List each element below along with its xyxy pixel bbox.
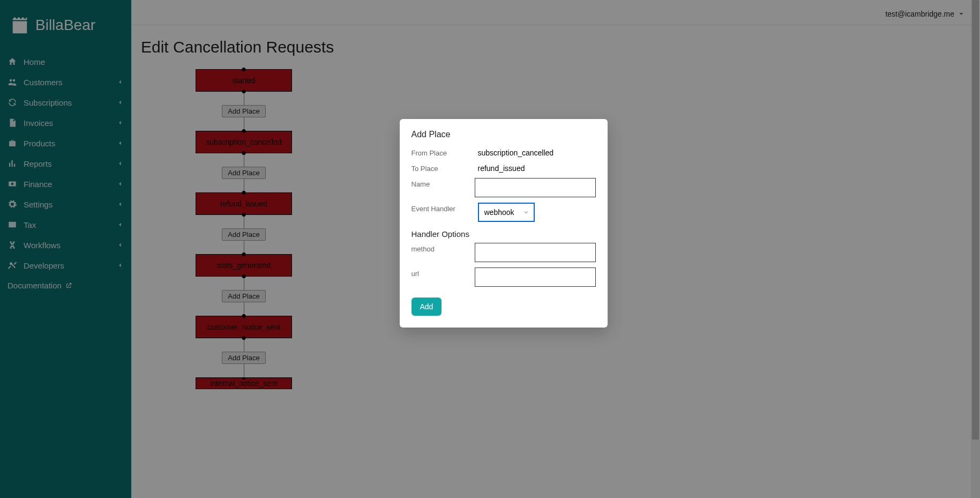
to-place-value: refund_issued — [478, 162, 525, 173]
modal-title: Add Place — [412, 130, 596, 139]
url-input[interactable] — [475, 267, 595, 287]
name-label: Name — [412, 178, 475, 188]
name-input[interactable] — [475, 178, 595, 197]
method-input[interactable] — [475, 243, 595, 262]
to-place-label: To Place — [412, 162, 478, 173]
url-label: url — [412, 267, 475, 278]
modal-overlay[interactable]: Add Place From Place subscription_cancel… — [0, 0, 980, 498]
add-button[interactable]: Add — [412, 298, 442, 316]
event-handler-label: Event Handler — [412, 203, 478, 213]
method-label: method — [412, 243, 475, 253]
event-handler-select[interactable]: webhook — [478, 203, 535, 222]
handler-options-title: Handler Options — [412, 229, 596, 239]
from-place-label: From Place — [412, 147, 478, 157]
from-place-value: subscription_cancelled — [478, 147, 554, 157]
add-place-modal: Add Place From Place subscription_cancel… — [400, 119, 608, 328]
